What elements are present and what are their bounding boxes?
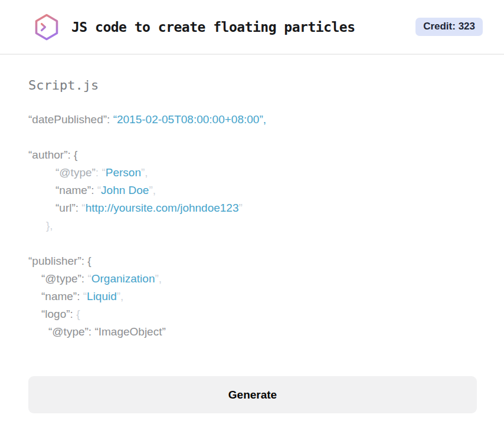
code-block: “datePublished”: “2015-02-05T08:00:00+08… [28, 111, 477, 341]
page-title: JS code to create floating particles [71, 19, 355, 35]
app-window: JS code to create floating particles Cre… [0, 0, 504, 441]
code-line: “name”: “John Doe”, [28, 182, 477, 199]
code-segment: “@type” [55, 166, 96, 179]
code-line: “name”: “Liquid”, [28, 288, 477, 305]
code-line [28, 235, 477, 252]
code-segment: : [96, 166, 102, 179]
script-filename: Script.js [28, 78, 477, 93]
code-line: }, [28, 217, 477, 235]
code-segment: John Doe [101, 184, 149, 196]
code-segment: ”, [117, 290, 124, 302]
code-segment: “author”: { [28, 149, 77, 161]
code-line: “author”: { [28, 146, 477, 164]
code-line: “@type”: “ImageObject” [28, 323, 477, 341]
code-line: “url”: “http://yoursite.com/johndoe123” [28, 199, 477, 217]
code-segment: “name” [41, 290, 77, 302]
code-line: “@type”: “Organization”, [28, 270, 477, 288]
code-segment: : [70, 308, 77, 320]
code-segment: ” [239, 202, 243, 214]
code-segment: “@type” [41, 272, 81, 285]
code-segment: Liquid [87, 290, 117, 302]
main-content: Script.js “datePublished”: “2015-02-05T0… [0, 78, 504, 413]
code-line: “publisher”: { [28, 252, 477, 270]
code-segment: { [76, 308, 80, 320]
code-segment: Organization [91, 272, 155, 285]
generate-button[interactable]: Generate [28, 376, 477, 413]
code-segment: ”, [141, 166, 148, 179]
code-segment: “url” [55, 202, 76, 214]
header: JS code to create floating particles Cre… [0, 0, 504, 55]
code-segment: “logo” [41, 308, 70, 320]
code-segment: “publisher”: { [28, 255, 91, 267]
code-segment: http://yoursite.com/johndoe123 [86, 202, 239, 214]
code-line: “datePublished”: “2015-02-05T08:00:00+08… [28, 111, 477, 129]
code-segment: ”, [149, 184, 156, 196]
code-line: “logo”: { [28, 305, 477, 323]
code-segment: ”, [155, 272, 162, 285]
code-segment: : [77, 290, 83, 302]
code-segment: : [91, 184, 97, 196]
code-segment: “2015-02-05T08:00:00+08:00”, [113, 113, 266, 126]
code-segment: : [81, 272, 88, 285]
code-segment: “name” [55, 184, 91, 196]
code-segment: “datePublished”: [28, 113, 113, 126]
code-segment: Person [106, 166, 141, 179]
code-segment: “@type”: “ImageObject” [48, 325, 166, 338]
code-segment: }, [46, 219, 53, 232]
code-line: “@type”: “Person”, [28, 164, 477, 182]
credit-badge: Credit: 323 [415, 18, 483, 36]
code-segment: : [76, 202, 82, 214]
code-line [28, 129, 477, 146]
terminal-prompt-hexagon-icon [32, 12, 61, 42]
